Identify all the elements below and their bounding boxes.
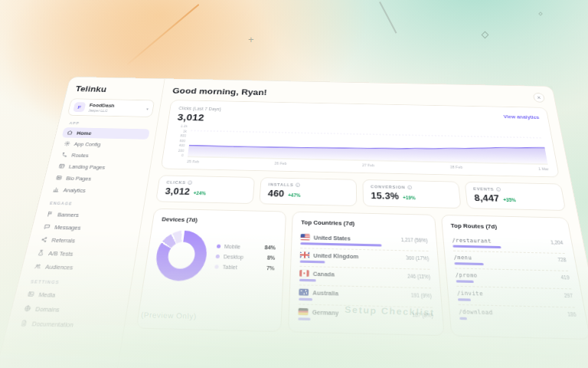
sidebar-item-audiences[interactable]: Audiences bbox=[28, 260, 127, 275]
legend-label: Mobile bbox=[224, 243, 240, 249]
decor-diamond-sparkle bbox=[482, 31, 489, 39]
flag-gb-icon bbox=[300, 251, 309, 258]
route-path: /invite bbox=[457, 290, 484, 297]
country-bar bbox=[298, 317, 310, 320]
route-value: 186 bbox=[567, 311, 577, 317]
legend-dot-icon bbox=[217, 244, 221, 248]
country-row-top: Germany 167 (8%) bbox=[299, 307, 433, 318]
route-value: 419 bbox=[560, 274, 570, 281]
workspace-switcher[interactable]: F FoodDash Jasper LLC ▾ bbox=[67, 98, 155, 117]
route-path: /download bbox=[459, 308, 493, 316]
chart-kpi-label: Clicks (Last 7 Days) bbox=[178, 106, 221, 111]
clicks-chart-card: Clicks (Last 7 Days) 3,012 View analytic… bbox=[161, 100, 560, 177]
decor-gray-line bbox=[380, 2, 397, 33]
stat-line: 15.3% +19% bbox=[371, 190, 452, 202]
route-row-top: /promo 419 bbox=[455, 271, 570, 281]
route-row: /invite 297 bbox=[456, 287, 575, 308]
route-row: /promo 419 bbox=[455, 268, 571, 289]
sidebar-item-label: Bio Pages bbox=[66, 175, 92, 182]
sidebar-item-home[interactable]: Home bbox=[62, 127, 150, 140]
sidebar-item-label: Audiences bbox=[44, 263, 74, 271]
route-row-top: /invite 297 bbox=[457, 290, 573, 299]
sidebar-item-media[interactable]: Media bbox=[21, 288, 122, 304]
stat-label: INSTALLS i bbox=[268, 182, 348, 189]
stat-card-conversion: CONVERSION i 15.3% +19% bbox=[362, 179, 461, 209]
country-value: 246 (11%) bbox=[407, 273, 430, 279]
legend-label: Desktop bbox=[224, 254, 244, 260]
sidebar-item-a-b-tests[interactable]: A/B Tests bbox=[31, 246, 129, 261]
flag-us-icon bbox=[301, 234, 310, 241]
info-icon[interactable]: i bbox=[188, 180, 192, 185]
workspace-avatar: F bbox=[73, 102, 86, 112]
sidebar-item-banners[interactable]: Banners bbox=[41, 208, 136, 222]
stat-delta: +35% bbox=[503, 197, 516, 202]
legend-value: 8% bbox=[267, 255, 276, 260]
country-row-top: Australia 191 (9%) bbox=[299, 288, 432, 299]
sidebar-item-referrals[interactable]: Referrals bbox=[35, 233, 132, 248]
chevron-down-icon: ▾ bbox=[146, 107, 149, 111]
stat-delta: +19% bbox=[403, 195, 416, 200]
y-axis-tick: 800 bbox=[180, 133, 186, 137]
stats-row: CLICKS i 3,012 +24% INSTALLS i 460 +47% … bbox=[155, 175, 566, 211]
route-row-top: /restaurant 1,204 bbox=[452, 237, 564, 245]
sidebar-item-label: Landing Pages bbox=[68, 163, 106, 170]
country-value: 360 (17%) bbox=[406, 255, 429, 261]
routes-panel-title: Top Routes (7d) bbox=[450, 222, 560, 232]
header-row: Good morning, Ryan! × bbox=[172, 86, 546, 103]
route-value: 728 bbox=[557, 257, 567, 262]
route-path: /promo bbox=[455, 271, 478, 278]
view-analytics-link[interactable]: View analytics bbox=[503, 113, 540, 120]
image-icon bbox=[27, 291, 34, 297]
sidebar-item-label: A/B Tests bbox=[48, 249, 74, 257]
x-axis-tick: 26 Feb bbox=[274, 161, 286, 166]
stat-line: 8,447 +35% bbox=[474, 192, 557, 205]
sidebar-section: SETTINGS Media Domains Documentation bbox=[14, 279, 124, 333]
stat-line: 460 +47% bbox=[267, 188, 348, 200]
route-row-top: /download 186 bbox=[459, 308, 577, 318]
stat-delta: +24% bbox=[193, 190, 206, 196]
legend-value: 7% bbox=[266, 264, 275, 271]
sidebar-item-landing-pages[interactable]: Landing Pages bbox=[54, 160, 145, 173]
sidebar-item-documentation[interactable]: Documentation bbox=[14, 316, 117, 332]
sidebar-item-domains[interactable]: Domains bbox=[18, 301, 120, 317]
sidebar-item-label: App Config bbox=[74, 141, 101, 147]
x-axis-tick: 25 Feb bbox=[187, 159, 200, 164]
sidebar-item-app-config[interactable]: App Config bbox=[59, 138, 148, 150]
devices-panel-title: Devices (7d) bbox=[162, 216, 277, 225]
sidebar-item-routes[interactable]: Routes bbox=[56, 150, 146, 162]
devices-legend: Mobile 84% Desktop 8% Tablet 7% bbox=[214, 241, 276, 273]
chart-card-kpi: Clicks (Last 7 Days) 3,012 bbox=[177, 106, 221, 123]
decor-diamond-sparkle-small bbox=[538, 12, 543, 16]
close-button[interactable]: × bbox=[533, 93, 546, 103]
home-icon bbox=[67, 130, 74, 136]
flag-au-icon bbox=[299, 288, 309, 296]
app-logo: Telinku bbox=[75, 84, 158, 95]
stat-label: CLICKS i bbox=[166, 180, 247, 186]
route-bar bbox=[458, 298, 471, 301]
background: + (Preview Only) Setup Checklist Telinku… bbox=[0, 0, 588, 368]
info-icon[interactable]: i bbox=[296, 183, 300, 188]
y-axis-tick: 200 bbox=[178, 148, 184, 152]
legend-row-tablet: Tablet 7% bbox=[214, 261, 275, 273]
devices-donut-chart bbox=[153, 230, 209, 281]
sidebar-item-label: Messages bbox=[54, 224, 82, 232]
legend-dot-icon bbox=[214, 264, 219, 268]
route-row: /download 186 bbox=[458, 305, 578, 326]
info-icon[interactable]: i bbox=[496, 187, 501, 192]
sidebar-section-label: SETTINGS bbox=[31, 279, 125, 286]
route-bar bbox=[459, 317, 467, 320]
country-name: United Kingdom bbox=[313, 251, 358, 260]
route-bar bbox=[456, 280, 473, 282]
sidebar-item-bio-pages[interactable]: Bio Pages bbox=[51, 172, 142, 185]
doc-icon bbox=[20, 320, 28, 327]
country-name: United States bbox=[314, 234, 351, 242]
sidebar-item-messages[interactable]: Messages bbox=[38, 221, 134, 235]
devices-body: Mobile 84% Desktop 8% Tablet 7% bbox=[153, 228, 276, 283]
stat-card-events: EVENTS i 8,447 +35% bbox=[465, 182, 567, 211]
info-icon[interactable]: i bbox=[407, 186, 412, 190]
area-chart: 1.2k1k8006004002000 bbox=[172, 124, 548, 166]
stat-value: 8,447 bbox=[474, 192, 500, 204]
sidebar-item-analytics[interactable]: Analytics bbox=[47, 184, 140, 197]
x-axis-tick: 27 Feb bbox=[362, 163, 374, 168]
route-value: 297 bbox=[564, 292, 573, 298]
